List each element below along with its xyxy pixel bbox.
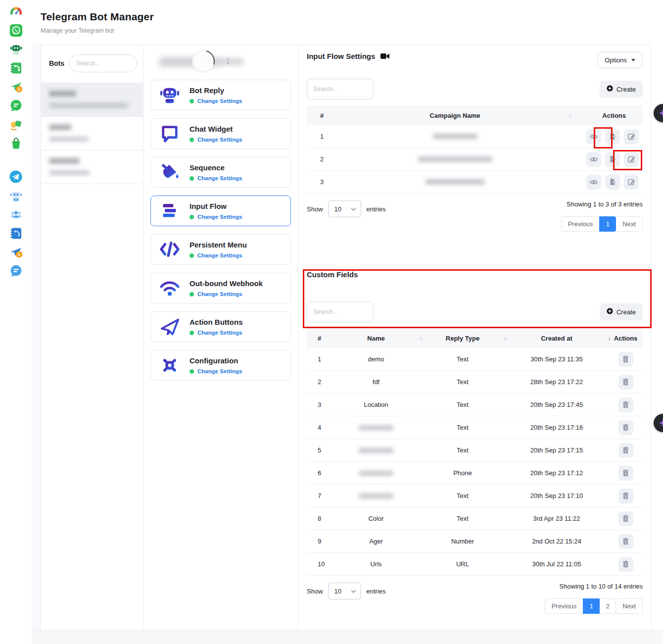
configuration-icon (158, 356, 182, 375)
sparkle-icon (659, 109, 663, 117)
change-settings-link[interactable]: Change Settings (189, 368, 242, 374)
telegram-icon[interactable] (8, 169, 23, 184)
page-number-button[interactable]: 2 (599, 598, 616, 614)
campaign-search-input[interactable] (307, 79, 374, 99)
settings-card[interactable]: Bot Reply Change Settings (150, 80, 291, 110)
page-size-select[interactable]: 10 (329, 583, 361, 599)
ai-assistant-button[interactable] (654, 104, 663, 122)
settings-card[interactable]: Input Flow Change Settings (150, 196, 291, 226)
export-button[interactable] (605, 175, 620, 190)
previous-page-button[interactable]: Previous (545, 598, 584, 614)
ai-assistant-button[interactable] (654, 414, 663, 432)
delete-button[interactable] (618, 489, 633, 503)
create-campaign-button[interactable]: Create (600, 81, 643, 98)
field-name: Location (364, 401, 388, 408)
field-created-at: 30th Jul 22 11:05 (505, 560, 609, 568)
bot-username-redacted (49, 103, 128, 108)
settings-card-title: Configuration (189, 356, 242, 365)
robot-blue-icon[interactable] (8, 188, 23, 203)
edit-button[interactable] (624, 152, 639, 167)
change-settings-link[interactable]: Change Settings (189, 330, 242, 336)
change-settings-link[interactable]: Change Settings (189, 214, 242, 220)
delete-button[interactable] (618, 420, 633, 435)
delete-button[interactable] (618, 352, 633, 367)
plus-circle-icon (607, 308, 613, 316)
settings-card-title: Sequence (189, 163, 242, 172)
gauge-icon[interactable] (8, 4, 23, 19)
export-button[interactable] (605, 152, 620, 167)
custom-fields-search-input[interactable] (307, 301, 374, 322)
previous-page-button[interactable]: Previous (561, 216, 600, 232)
robot-green-icon[interactable] (8, 42, 23, 56)
delete-button[interactable] (618, 375, 633, 390)
shopping-bag-icon[interactable] (8, 136, 23, 150)
plus-circle-icon (607, 85, 613, 93)
field-created-at: 2nd Oct 22 15:24 (505, 538, 609, 545)
export-button[interactable] (605, 129, 620, 144)
settings-card[interactable]: Persistent Menu Change Settings (150, 234, 291, 265)
sort-icon-descending[interactable]: ↑↓ (607, 335, 610, 341)
delete-button[interactable] (618, 511, 633, 526)
chat-blue-icon[interactable] (8, 263, 23, 278)
edit-button[interactable] (624, 129, 639, 144)
change-settings-link[interactable]: Change Settings (189, 291, 263, 297)
settings-card[interactable]: Sequence Change Settings (150, 157, 291, 188)
contacts-blue-icon[interactable] (8, 226, 23, 241)
chat-green-icon[interactable] (8, 98, 23, 113)
page-number-button[interactable]: 1 (599, 216, 616, 232)
page-number-button[interactable]: 1 (583, 598, 600, 614)
settings-card[interactable]: Action Buttons Change Settings (150, 311, 291, 342)
delete-button[interactable] (618, 397, 633, 412)
bot-list-item[interactable] (41, 116, 143, 150)
view-button[interactable] (586, 152, 601, 167)
next-page-button[interactable]: Next (616, 598, 643, 614)
page-size-select[interactable]: 10 (329, 200, 361, 217)
chevron-down-icon (351, 588, 356, 593)
col-campaign-name[interactable]: Campaign Name ↑↓ (341, 112, 568, 119)
change-settings-link[interactable]: Change Settings (189, 252, 247, 258)
delete-button[interactable] (618, 534, 633, 549)
show-label: Show (307, 205, 323, 213)
action-buttons-icon (158, 317, 182, 336)
bot-list-item[interactable] (41, 150, 143, 184)
edit-button[interactable] (624, 175, 639, 190)
sort-icon[interactable]: ↑↓ (568, 112, 570, 118)
settings-card[interactable]: Configuration Change Settings (150, 350, 291, 381)
svg-text:1: 1 (18, 252, 20, 256)
settings-card-list: Bot Reply Change Settings Chat Widget (150, 80, 291, 381)
next-page-button[interactable]: Next (616, 216, 643, 232)
delete-button[interactable] (618, 466, 633, 481)
people-icon[interactable] (8, 207, 23, 222)
col-name[interactable]: Name ↑↓ (332, 335, 421, 342)
view-button[interactable] (586, 175, 601, 190)
kebab-menu-icon[interactable]: ⋮ (225, 57, 232, 65)
entries-summary: Showing 1 to 3 of 3 entries (567, 200, 643, 208)
settings-card[interactable]: Out-bound Webhook Change Settings (150, 273, 291, 303)
change-settings-link[interactable]: Change Settings (189, 98, 242, 104)
delete-button[interactable] (618, 557, 633, 572)
field-reply-type: Number (421, 538, 505, 545)
field-created-at: 30th Sep 23 11:35 (505, 355, 609, 363)
settings-card[interactable]: Chat Widget Change Settings (150, 118, 291, 149)
bot-list-item[interactable] (41, 83, 143, 116)
col-created-at[interactable]: Created at ↑↓ (505, 335, 609, 342)
delete-button[interactable] (618, 443, 633, 458)
field-name: demo (368, 355, 384, 363)
field-reply-type: Text (421, 446, 505, 454)
create-custom-field-button[interactable]: Create (600, 303, 643, 320)
puzzle-hands-icon[interactable] (8, 117, 23, 132)
plane-coin-blue-icon[interactable]: 1 (8, 245, 23, 259)
view-button[interactable] (586, 129, 601, 144)
status-dot (189, 253, 194, 258)
col-reply-type[interactable]: Reply Type ↑↓ (421, 335, 505, 342)
change-settings-link[interactable]: Change Settings (189, 137, 242, 143)
bot-username-redacted (49, 137, 89, 142)
options-button[interactable]: Options (597, 52, 643, 68)
bots-search-input[interactable] (69, 54, 137, 72)
plane-coin-green-icon[interactable]: 1 (8, 79, 23, 94)
contacts-green-icon[interactable] (8, 60, 23, 75)
section-title-input-flow: Input Flow Settings (307, 52, 389, 60)
change-settings-link[interactable]: Change Settings (189, 175, 242, 181)
whatsapp-icon[interactable] (8, 23, 23, 38)
bot-username-redacted (49, 170, 90, 175)
